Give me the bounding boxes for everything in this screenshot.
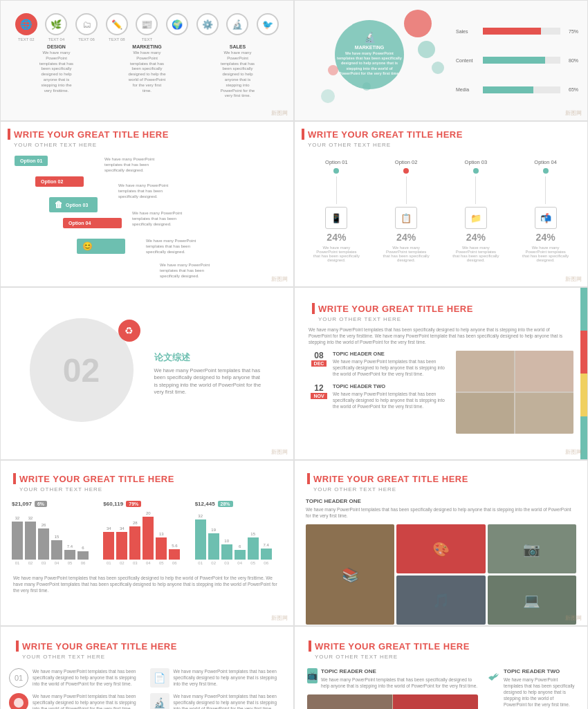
bc-bar-1-5: 606: [77, 546, 89, 565]
bar-label-0: Sales: [456, 29, 480, 34]
slide-process-list: WRITE YOUR GREAT TITLE HERE YOUR OTHER T…: [0, 626, 294, 709]
big-circle-container: 02 ♻: [30, 318, 140, 429]
photo-block-4: 🎵: [396, 576, 485, 625]
topt-label-2: Option 02: [395, 159, 418, 165]
cell7-subtitle: YOUR OTHER TEXT HERE: [19, 486, 281, 492]
media-right-content: TOPIC READER TWO We have many PowerPoint…: [504, 668, 575, 708]
slide-media: WRITE YOUR GREAT TITLE HERE YOUR OTHER T…: [294, 626, 588, 709]
cell6-title-text: WRITE YOUR GREAT TITLE HERE: [318, 304, 473, 314]
main-bubble: 🔬 MARKETING We have many PowerPoint temp…: [335, 20, 404, 89]
bc-rect: [208, 533, 219, 560]
art-date-1: 12 NOV: [309, 383, 329, 399]
icon-label: TEXT 08: [109, 37, 125, 42]
bubble-medium-green: [321, 89, 335, 103]
cell6-title: WRITE YOUR GREAT TITLE HERE: [312, 303, 570, 314]
label-marketing-title: MARKETING: [128, 44, 166, 49]
slide-timeline-options: WRITE YOUR GREAT TITLE HERE YOUR OTHER T…: [294, 121, 588, 287]
title-bar-8: [307, 473, 310, 484]
topt-4: Option 04 📬 24% We have many PowerPoint …: [522, 159, 570, 262]
bar-chart-1: 3201 3202 2603 1504 7.405 606: [12, 510, 99, 565]
media-left-icon: 📺: [307, 668, 318, 683]
color-seg-3: [580, 374, 587, 416]
title-bar-3: [8, 129, 10, 140]
photo-inner-5: 💻: [488, 576, 576, 625]
timeline-options-row: Option 01 📱 24% We have many PowerPoint …: [302, 159, 580, 262]
proc-text-1: We have many PowerPoint templates that h…: [174, 668, 286, 687]
icon-item-doc: 📰 TEXT: [136, 13, 158, 42]
bc-rect: [169, 549, 180, 560]
process-item-1: 📄 We have many PowerPoint templates that…: [150, 668, 286, 688]
cell3-subtitle: YOUR OTHER TEXT HERE: [14, 142, 286, 148]
icon-circle-doc: 📰: [136, 13, 158, 35]
bc-rect: [103, 532, 114, 560]
img-placeholder: [456, 351, 573, 434]
cell4-subtitle: YOUR OTHER TEXT HERE: [308, 142, 580, 148]
topt-icon-3: 📁: [465, 207, 487, 229]
icon-item-microscope: 🔬: [226, 13, 248, 37]
bubble-red: [404, 10, 432, 37]
cell10-title: WRITE YOUR GREAT TITLE HERE: [309, 641, 573, 652]
bar-row-0: Sales 75%: [456, 28, 578, 35]
bubble-small-green3: [362, 82, 371, 91]
label-sales-text: We have many PowerPoint templates that h…: [219, 50, 257, 99]
circle-content: 02 ♻ 论文综述 We have many PowerPoint templa…: [16, 304, 279, 443]
cell6-subtitle: YOUR OTHER TEXT HERE: [318, 316, 570, 322]
opt-text-4: We have many PowerPoint templates that h…: [146, 239, 201, 255]
watermark-4: 新图网: [565, 275, 582, 283]
cell7-header: WRITE YOUR GREAT TITLE HERE YOUR OTHER T…: [6, 466, 288, 495]
process-item-0: 01 We have many PowerPoint templates tha…: [9, 668, 145, 688]
icon-label: TEXT 04: [48, 37, 65, 42]
cell6-body: We have many PowerPoint templates that h…: [302, 326, 580, 434]
bc-rect: [77, 551, 89, 560]
icon-circle-globe: 🌐: [15, 13, 37, 35]
cell8-title-text: WRITE YOUR GREAT TITLE HERE: [313, 474, 468, 484]
cell8-topic-text: We have many PowerPoint templates that h…: [306, 506, 576, 519]
watermark-6: 新图网: [565, 448, 582, 456]
topt-dot-3: [473, 168, 479, 174]
topt-icon-2: 📋: [395, 207, 417, 229]
topt-desc-4: We have many PowerPoint templates that h…: [522, 246, 570, 262]
bc-bar-2-5: 5.606: [169, 544, 180, 565]
chart-amount-3: $12,445: [195, 501, 215, 507]
title-bar-10: [309, 641, 311, 652]
bc-rect: [261, 549, 272, 560]
bc-bar-2-1: 3402: [116, 526, 127, 565]
art-month-0: DEC: [311, 360, 327, 367]
topt-dot-4: [543, 168, 549, 174]
process-list: 01 We have many PowerPoint templates tha…: [9, 668, 285, 709]
img-g-2: [393, 694, 478, 709]
article-image: [456, 351, 573, 434]
cell6-header: WRITE YOUR GREAT TITLE HERE YOUR OTHER T…: [302, 295, 580, 326]
bar-label-1: Content: [456, 58, 480, 63]
icon-item-folder: 🗂 TEXT 06: [75, 13, 98, 42]
bar-pct-0: 75%: [563, 29, 578, 34]
cell8-subtitle: YOUR OTHER TEXT HERE: [313, 486, 575, 492]
icon-circle-pencil: ✏️: [106, 13, 128, 35]
bc-rect: [156, 537, 167, 560]
art-day-1: 12: [314, 383, 323, 393]
img-block-2: [515, 351, 573, 392]
circle-badge: ♻: [118, 320, 140, 342]
photo-inner-2: 🎨: [396, 524, 485, 573]
icon-label: TEXT: [142, 37, 152, 42]
bar-fill-0: [483, 28, 541, 35]
label-sales: SALES We have many PowerPoint templates …: [219, 44, 257, 99]
icon-item-gear: ⚙️: [196, 13, 219, 37]
opt-text-3: We have many PowerPoint templates that h…: [132, 211, 187, 227]
circle-icon: [13, 697, 24, 708]
watermark-7: 新图网: [271, 614, 288, 622]
media-left-img: [307, 694, 478, 709]
media-topic-left: 📺 TOPIC READER ONE We have many PowerPoi…: [307, 668, 478, 689]
cell8-title: WRITE YOUR GREAT TITLE HERE: [307, 473, 575, 484]
media-right-text: We have many PowerPoint templates that h…: [504, 676, 575, 708]
bc-bar-2-2: 2803: [129, 521, 140, 565]
img-block-1: [456, 351, 514, 392]
topt-pct-3: 24%: [466, 232, 486, 243]
cell8-topic: TOPIC HEADER ONE: [306, 498, 576, 504]
bc-bar-1-2: 2603: [38, 523, 49, 565]
bc-rect: [235, 550, 246, 560]
bar-fill-1: [483, 57, 545, 64]
label-sales-title: SALES: [219, 44, 257, 49]
icon-circle-world: 🌍: [166, 13, 188, 35]
topt-pct-1: 24%: [327, 232, 346, 243]
